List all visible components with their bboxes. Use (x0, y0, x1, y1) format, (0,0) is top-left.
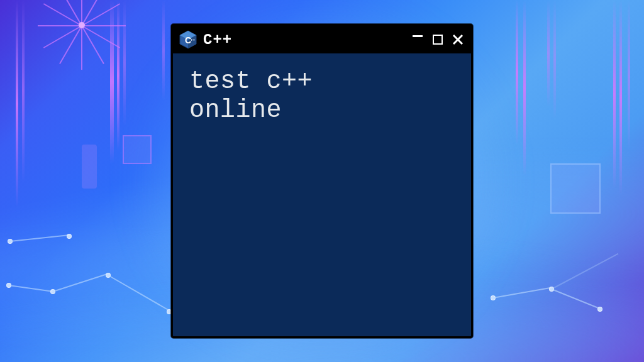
maximize-button[interactable] (431, 33, 445, 47)
window-body: test c++ online (173, 53, 471, 336)
window-controls (411, 33, 465, 47)
svg-rect-5 (413, 35, 423, 37)
minimize-button[interactable] (411, 29, 425, 43)
titlebar[interactable]: C ++ C++ (173, 26, 471, 53)
svg-text:++: ++ (191, 38, 196, 41)
cpp-hex-icon: C ++ (179, 30, 197, 49)
window-title: C++ (203, 31, 232, 48)
app-window: C ++ C++ test c++ online (171, 24, 473, 338)
close-button[interactable] (451, 33, 465, 47)
